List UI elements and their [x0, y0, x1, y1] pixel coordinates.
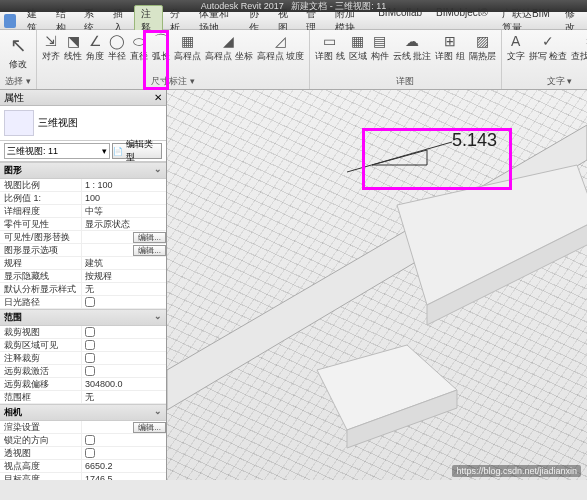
ribbon-btn-文字 ▾-2[interactable]: ⇄查找/ 替换 [569, 31, 587, 62]
type-name: 三维视图 [38, 116, 78, 130]
prop-row: 详细程度中等 [0, 205, 166, 218]
ribbon-label: 构件 [371, 51, 389, 61]
prop-value[interactable] [82, 340, 166, 350]
prop-key: 范围框 [0, 391, 82, 404]
prop-value[interactable]: 1 : 100 [82, 180, 166, 190]
prop-row: 目标高度1746.5 [0, 473, 166, 480]
prop-value[interactable]: 无 [82, 283, 166, 296]
prop-row: 锁定的方向 [0, 434, 166, 447]
ribbon-icon: ⬔ [64, 32, 82, 50]
prop-row: 裁剪视图 [0, 326, 166, 339]
prop-row: 注释裁剪 [0, 352, 166, 365]
properties-header: 三维视图 [0, 106, 166, 141]
ribbon-btn-详图-0[interactable]: ▭详图 线 [313, 31, 347, 62]
prop-checkbox[interactable] [85, 340, 95, 350]
ribbon-icon: ▦ [349, 32, 367, 50]
prop-row: 可见性/图形替换编辑... [0, 231, 166, 244]
ribbon-btn-尺寸标注 ▾-5[interactable]: ⌒弧长 [150, 31, 172, 62]
prop-edit-button[interactable]: 编辑... [133, 232, 166, 243]
expand-icon[interactable]: ⌄ [154, 406, 162, 419]
ribbon-btn-尺寸标注 ▾-8[interactable]: ◿高程点 坡度 [255, 31, 307, 62]
prop-text: 1746.5 [85, 474, 113, 480]
prop-value[interactable]: 304800.0 [82, 379, 166, 389]
prop-key: 注释裁剪 [0, 352, 82, 365]
prop-key: 渲染设置 [0, 421, 82, 434]
prop-edit-button[interactable]: 编辑... [133, 245, 166, 256]
prop-key: 视点高度 [0, 460, 82, 473]
prop-checkbox[interactable] [85, 435, 95, 445]
ribbon-group-label: 详图 [313, 74, 498, 88]
ribbon-btn-文字 ▾-1[interactable]: ✓拼写 检查 [527, 31, 570, 62]
prop-value[interactable]: 显示原状态 [82, 218, 166, 231]
ribbon-btn-尺寸标注 ▾-7[interactable]: ◢高程点 坐标 [203, 31, 255, 62]
ribbon-group-0: ↖修改选择 ▾ [0, 30, 37, 89]
prop-value[interactable] [82, 448, 166, 458]
ribbon-btn-尺寸标注 ▾-3[interactable]: ◯半径 [106, 31, 128, 62]
edit-type-button[interactable]: 📄 编辑类型 [112, 143, 162, 159]
slope-measurement-label[interactable]: 5.143 [452, 130, 497, 151]
ribbon-btn-尺寸标注 ▾-2[interactable]: ∠角度 [84, 31, 106, 62]
prop-value[interactable] [82, 435, 166, 445]
ribbon-btn-尺寸标注 ▾-4[interactable]: ⬭直径 [128, 31, 150, 62]
ribbon-btn-选择 ▾-0[interactable]: ↖修改 [3, 31, 33, 70]
ribbon-btn-详图-3[interactable]: ☁云线 批注 [391, 31, 434, 62]
prop-value[interactable] [82, 327, 166, 337]
prop-checkbox[interactable] [85, 448, 95, 458]
prop-checkbox[interactable] [85, 366, 95, 376]
prop-value[interactable]: 1746.5 [82, 474, 166, 480]
ribbon-btn-文字 ▾-0[interactable]: A文字 [505, 31, 527, 62]
viewport-3d[interactable]: 5.143 https://blog.csdn.net/jiadianxin [167, 90, 587, 480]
ribbon-btn-尺寸标注 ▾-6[interactable]: ▦高程点 [172, 31, 203, 62]
prop-checkbox[interactable] [85, 327, 95, 337]
prop-value[interactable] [82, 297, 166, 307]
prop-key: 规程 [0, 257, 82, 270]
prop-value[interactable]: 中等 [82, 205, 166, 218]
ribbon-btn-尺寸标注 ▾-1[interactable]: ⬔线性 [62, 31, 84, 62]
prop-category-0[interactable]: 图形⌄ [0, 162, 166, 179]
prop-text: 中等 [85, 205, 103, 218]
ribbon-group-label: 文字 ▾ [505, 74, 587, 88]
close-icon[interactable]: ✕ [154, 92, 162, 103]
ribbon-group-label: 尺寸标注 ▾ [40, 74, 306, 88]
prop-key: 默认分析显示样式 [0, 283, 82, 296]
prop-value[interactable]: 按规程 [82, 270, 166, 283]
prop-value[interactable]: 编辑... [82, 232, 166, 243]
ribbon-btn-详图-4[interactable]: ⊞详图 组 [433, 31, 467, 62]
expand-icon[interactable]: ⌄ [154, 164, 162, 177]
prop-row: 视图比例1 : 100 [0, 179, 166, 192]
ribbon-label: 查找/ 替换 [571, 51, 587, 61]
prop-key: 锁定的方向 [0, 434, 82, 447]
prop-checkbox[interactable] [85, 353, 95, 363]
prop-category-1[interactable]: 范围⌄ [0, 309, 166, 326]
prop-checkbox[interactable] [85, 297, 95, 307]
prop-edit-button[interactable]: 编辑... [133, 422, 166, 433]
prop-value[interactable] [82, 353, 166, 363]
app-menu-button[interactable] [4, 14, 16, 28]
prop-row: 图形显示选项编辑... [0, 244, 166, 257]
prop-key: 零件可见性 [0, 218, 82, 231]
ribbon-btn-尺寸标注 ▾-0[interactable]: ⇲对齐 [40, 31, 62, 62]
ribbon-group-2: ▭详图 线▦区域▤构件☁云线 批注⊞详图 组▨隔热层详图 [310, 30, 502, 89]
prop-value[interactable]: 100 [82, 193, 166, 203]
ribbon-btn-详图-1[interactable]: ▦区域 [347, 31, 369, 62]
prop-text: 304800.0 [85, 379, 123, 389]
ribbon-label: 直径 [130, 51, 148, 61]
prop-value[interactable]: 建筑 [82, 257, 166, 270]
prop-value[interactable]: 编辑... [82, 245, 166, 256]
prop-category-2[interactable]: 相机⌄ [0, 404, 166, 421]
expand-icon[interactable]: ⌄ [154, 311, 162, 324]
ribbon-icon: ▭ [321, 32, 339, 50]
ribbon-label: 云线 批注 [393, 51, 432, 61]
ribbon-btn-详图-2[interactable]: ▤构件 [369, 31, 391, 62]
ribbon-label: 高程点 坐标 [205, 51, 253, 61]
prop-text: 显示原状态 [85, 218, 130, 231]
prop-value[interactable] [82, 366, 166, 376]
ribbon-group-3: A文字✓拼写 检查⇄查找/ 替换文字 ▾ [502, 30, 587, 89]
prop-value[interactable]: 6650.2 [82, 461, 166, 471]
ribbon-icon: A [507, 32, 525, 50]
ribbon-label: 角度 [86, 51, 104, 61]
prop-value[interactable]: 无 [82, 391, 166, 404]
instance-selector[interactable]: 三维视图: 11▾ [4, 143, 110, 159]
prop-value[interactable]: 编辑... [82, 422, 166, 433]
ribbon-btn-详图-5[interactable]: ▨隔热层 [467, 31, 498, 62]
